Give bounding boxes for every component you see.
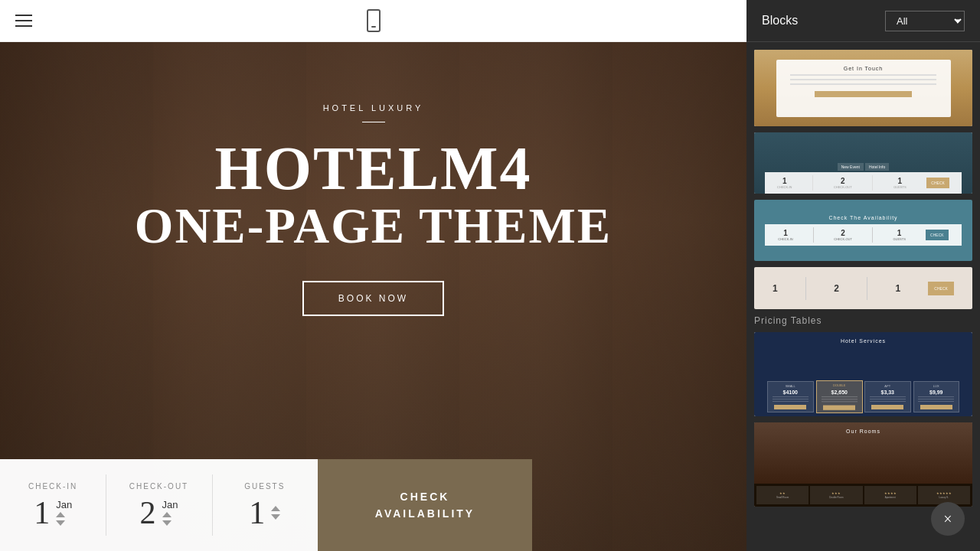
editor-panel: HOTEL LUXURY HOTELM4 ONE-PAGE THEME BOOK… [0,0,746,551]
hero-divider [362,122,385,122]
phone-icon [367,9,381,32]
checkout-down-arrow[interactable] [162,520,172,526]
thumb-room-small: ★★ Small Room [756,486,808,504]
top-bar [0,0,746,42]
guests-arrows[interactable] [271,506,280,520]
checkout-up-arrow[interactable] [162,512,172,517]
block-thumbnail-check-availability[interactable]: Check The Availability 1 CHECK-IN 2 CHEC… [754,200,972,261]
thumb-price-card-4: LUX $9,99 [913,381,960,412]
guests-field: GUESTS 1 [212,459,318,551]
block-thumbnail-contact[interactable]: Get In Touch [754,50,972,126]
close-float-button[interactable]: × [931,502,965,536]
booking-form: CHECK-IN 1 Jan CHECK-OUT [0,459,318,551]
thumb-price-card-2: DOUBLE $2,650 [816,380,863,413]
thumb-pricing-title: Hotel Services [841,338,886,344]
guests-value-row: 1 [249,497,280,529]
checkout-number: 2 [140,497,156,529]
checkin-arrows[interactable] [56,512,65,526]
thumb-contact-inner: Get In Touch [776,60,951,117]
guests-number: 1 [249,497,265,529]
check-availability-button[interactable]: CHECKAVAILABILITY [318,459,532,551]
blocks-scroll-area[interactable]: Get In Touch New Event Hotel Info 1 [746,42,980,551]
all-dropdown-wrapper[interactable]: All Headers Features Pricing [885,11,965,31]
checkin-field: CHECK-IN 1 Jan [0,459,106,551]
hero-content: HOTEL LUXURY HOTELM4 ONE-PAGE THEME BOOK… [0,42,746,316]
block-thumbnail-reservation-tabs[interactable]: New Event Hotel Info 1 CHECK-IN 2 CHECK-… [754,132,972,194]
thumb-pricing-bg: Hotel Services SMALL $4100 DOUBLE $2,650 [754,332,972,416]
checkout-label: CHECK-OUT [129,482,188,491]
hamburger-icon[interactable] [15,15,32,27]
guests-up-arrow[interactable] [271,506,280,511]
guests-down-arrow[interactable] [271,514,280,520]
checkin-value-row: 1 Jan [34,497,72,529]
thumb-room-apartment: ★★★★ Apartment [864,486,916,504]
blocks-header: Blocks All Headers Features Pricing [746,0,980,42]
thumb-contact-bg: Get In Touch [754,50,972,126]
thumb-reservation-bg: New Event Hotel Info 1 CHECK-IN 2 CHECK-… [754,132,972,194]
checkout-arrows[interactable] [162,512,172,526]
right-panel: Blocks All Headers Features Pricing Get … [746,0,980,551]
checkin-label: CHECK-IN [28,482,77,491]
thumb-res-tabs: New Event Hotel Info [838,163,890,171]
thumb-rooms-title: Our Rooms [754,429,972,434]
checkin-number: 1 [34,497,50,529]
blocks-title: Blocks [762,14,798,28]
book-now-button[interactable]: BOOK NOW [302,281,444,316]
block-thumbnail-hotel-services[interactable]: Hotel Services SMALL $4100 DOUBLE $2,650 [754,332,972,416]
pricing-tables-label: Pricing Tables [754,315,972,326]
thumb-rooms-bg: Our Rooms ★★ Small Room ★★★ Double Room … [754,422,972,507]
all-dropdown[interactable]: All Headers Features Pricing [885,11,965,31]
hero-title-line2: ONE-PAGE THEME [135,199,612,254]
thumb-price-card-1: SMALL $4100 [767,381,814,412]
block-thumbnail-simple-bar[interactable]: 1 2 1 CHECK [754,267,972,309]
guests-label: GUESTS [244,482,285,491]
checkin-down-arrow[interactable] [56,520,65,526]
checkout-month: Jan [162,499,178,510]
thumb-avail-bg: Check The Availability 1 CHECK-IN 2 CHEC… [754,200,972,261]
thumb-res-bar: 1 CHECK-IN 2 CHECK-OUT 1 GUESTS CHECK [765,172,962,194]
thumb-price-card-3: APT $3,33 [864,381,911,412]
thumb-room-double: ★★★ Double Room [810,486,862,504]
checkin-up-arrow[interactable] [56,512,65,517]
thumb-avail-bar: 1 CHECK-IN 2 CHECK-OUT 1 GUESTS CHECK [765,224,962,246]
hero-section: HOTEL LUXURY HOTELM4 ONE-PAGE THEME BOOK… [0,0,746,551]
check-availability-label: CHECKAVAILABILITY [375,488,475,523]
close-icon: × [943,511,952,527]
checkin-month: Jan [56,499,72,510]
checkout-field: CHECK-OUT 2 Jan [106,459,211,551]
block-thumbnail-our-rooms[interactable]: Our Rooms ★★ Small Room ★★★ Double Room … [754,422,972,507]
hero-title-line1: HOTELM4 [214,138,531,199]
thumb-simple-bar-bg: 1 2 1 CHECK [754,267,972,309]
checkout-value-row: 2 Jan [140,497,178,529]
booking-bar: CHECK-IN 1 Jan CHECK-OUT [0,459,532,551]
hotel-category-label: HOTEL LUXURY [323,103,424,112]
